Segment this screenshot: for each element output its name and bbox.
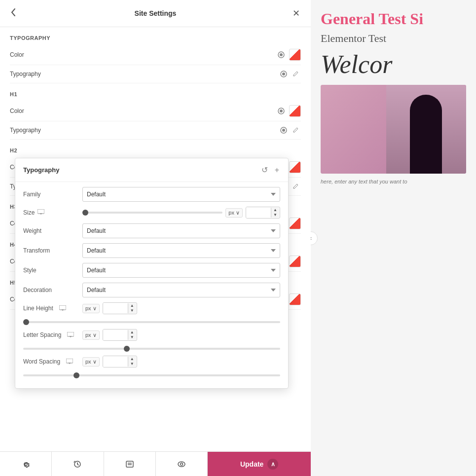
- typo-wordspacing-spinners: ▲ ▼: [128, 357, 136, 366]
- typo-size-slider[interactable]: [82, 212, 222, 214]
- typo-reset-btn[interactable]: ↺: [260, 164, 269, 176]
- typo-letterspacing-slider[interactable]: [23, 348, 280, 350]
- typography-edit-btn[interactable]: [292, 70, 301, 79]
- h1-edit-btn[interactable]: [292, 126, 301, 135]
- preview-image: [321, 85, 466, 174]
- typo-size-responsive-icon[interactable]: [37, 209, 44, 216]
- typo-letterspacing-label-area: Letter Spacing: [23, 330, 82, 339]
- typo-lineheight-up-btn[interactable]: ▲: [128, 303, 136, 308]
- typo-weight-select[interactable]: Default 100200300 400500600 700800900: [82, 223, 280, 238]
- typo-size-control: px ∨ ▲ ▼: [82, 207, 280, 219]
- h1-color-global-btn[interactable]: [276, 106, 286, 116]
- typo-letterspacing-up-btn[interactable]: ▲: [128, 330, 136, 335]
- preview-content: General Test Si Elementor Test Welcor he…: [311, 0, 476, 194]
- typo-lineheight-label: Line Height: [23, 305, 53, 312]
- h1-typo-controls: [279, 125, 301, 135]
- typo-letterspacing-responsive-icon[interactable]: [67, 330, 74, 339]
- h5-color-swatch[interactable]: [289, 293, 301, 305]
- typo-letterspacing-slider-row: [23, 343, 280, 356]
- right-panel: ‹ General Test Si Elementor Test Welcor …: [311, 0, 476, 476]
- typo-style-label: Style: [23, 267, 82, 274]
- typo-lineheight-unit[interactable]: px ∨: [82, 304, 100, 313]
- typography-color-global-btn[interactable]: [276, 50, 286, 60]
- typo-size-down-btn[interactable]: ▼: [271, 213, 279, 218]
- h4-color-swatch[interactable]: [289, 256, 301, 267]
- typo-letterspacing-input-wrap: ▲ ▼: [103, 329, 137, 341]
- typo-letterspacing-control: px ∨ ▲ ▼: [82, 329, 280, 341]
- typo-lineheight-responsive-icon[interactable]: [59, 304, 66, 313]
- collapse-panel-btn[interactable]: ‹: [311, 231, 318, 245]
- settings-btn[interactable]: [0, 452, 52, 476]
- typo-lineheight-down-btn[interactable]: ▼: [128, 308, 136, 313]
- left-panel: Site Settings ✕ Typography Color Typogra…: [0, 0, 311, 476]
- typo-letterspacing-label: Letter Spacing: [23, 331, 61, 338]
- preview-btn[interactable]: [156, 452, 208, 476]
- svg-rect-30: [126, 461, 133, 467]
- typo-family-select[interactable]: Default: [82, 187, 280, 202]
- typo-wordspacing-down-btn[interactable]: ▼: [128, 362, 136, 366]
- h1-color-swatch[interactable]: [289, 105, 301, 117]
- typo-wordspacing-input[interactable]: [103, 356, 128, 367]
- typo-wordspacing-unit[interactable]: px ∨: [82, 357, 100, 366]
- typo-wordspacing-slider[interactable]: [23, 374, 280, 376]
- typo-letterspacing-input[interactable]: [103, 330, 128, 340]
- typo-style-select[interactable]: Default: [82, 263, 280, 278]
- typo-size-row: Size px ∨ ▲ ▼: [23, 207, 280, 219]
- typography-global-btn[interactable]: [279, 69, 289, 79]
- typo-popup-actions: ↺ +: [260, 164, 280, 176]
- typo-lineheight-input[interactable]: [103, 303, 128, 314]
- history-btn[interactable]: [52, 452, 104, 476]
- typo-wordspacing-input-wrap: ▲ ▼: [103, 356, 137, 367]
- typo-transform-label: Transform: [23, 247, 82, 254]
- h2-edit-btn[interactable]: [292, 182, 301, 191]
- typo-weight-row: Weight Default 100200300 400500600 70080…: [23, 223, 280, 238]
- typography-typo-row: Typography: [10, 65, 301, 83]
- close-button[interactable]: ✕: [290, 7, 303, 20]
- update-button[interactable]: Update ∧: [208, 452, 311, 476]
- h2-color-swatch[interactable]: [289, 161, 301, 173]
- pages-btn[interactable]: [104, 452, 156, 476]
- typo-size-input[interactable]: [246, 207, 271, 218]
- back-button[interactable]: [8, 7, 19, 20]
- typo-letterspacing-unit[interactable]: px ∨: [82, 330, 100, 340]
- typo-wordspacing-slider-row: [23, 369, 280, 380]
- typo-style-row: Style Default: [23, 263, 280, 278]
- typo-wordspacing-up-btn[interactable]: ▲: [128, 357, 136, 362]
- typo-family-control: Default: [82, 187, 280, 202]
- typo-wordspacing-label: Word Spacing: [23, 358, 60, 365]
- typography-color-controls: [276, 49, 301, 61]
- typo-size-spinners: ▲ ▼: [271, 208, 279, 218]
- typo-letterspacing-down-btn[interactable]: ▼: [128, 335, 136, 340]
- typo-size-unit[interactable]: px ∨: [225, 208, 243, 218]
- h1-global-btn[interactable]: [279, 125, 289, 135]
- typo-transform-control: Default: [82, 243, 280, 258]
- typo-letterspacing-label-row: Letter Spacing px ∨ ▲ ▼: [23, 329, 280, 341]
- section-h2: H2: [10, 140, 301, 157]
- typo-wordspacing-label-area: Word Spacing: [23, 357, 82, 366]
- typography-color-swatch[interactable]: [289, 49, 301, 61]
- h1-typo-label: Typography: [10, 127, 41, 134]
- typo-add-btn[interactable]: +: [274, 164, 280, 176]
- typo-decoration-select[interactable]: Default: [82, 283, 280, 297]
- typo-size-up-btn[interactable]: ▲: [271, 208, 279, 213]
- h1-color-row: Color: [10, 101, 301, 121]
- typo-weight-label: Weight: [23, 227, 82, 234]
- update-label: Update: [240, 460, 263, 468]
- typo-lineheight-slider[interactable]: [23, 321, 280, 323]
- h3-color-swatch[interactable]: [289, 218, 301, 229]
- update-chevron-icon: ∧: [267, 459, 278, 470]
- section-typography: Typography: [10, 27, 301, 45]
- typo-transform-row: Transform Default: [23, 243, 280, 258]
- typo-transform-select[interactable]: Default: [82, 243, 280, 258]
- svg-rect-27: [66, 359, 73, 363]
- svg-point-5: [280, 110, 283, 112]
- typography-color-label: Color: [10, 51, 24, 58]
- typography-typo-controls: [279, 69, 301, 79]
- typography-typo-label: Typography: [10, 71, 41, 77]
- typo-wordspacing-control: px ∨ ▲ ▼: [82, 356, 280, 367]
- typo-lineheight-control: px ∨ ▲ ▼: [82, 302, 280, 314]
- typo-size-label-area: Size: [23, 209, 82, 216]
- section-h1: H1: [10, 83, 301, 101]
- typo-wordspacing-responsive-icon[interactable]: [66, 357, 73, 366]
- typo-family-row: Family Default: [23, 187, 280, 202]
